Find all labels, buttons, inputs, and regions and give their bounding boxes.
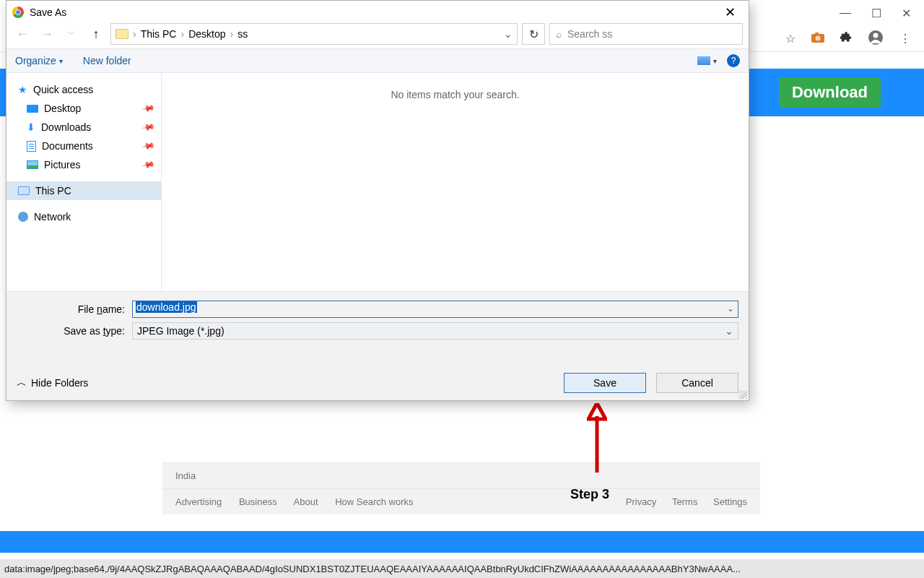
refresh-button[interactable]: ↻ <box>522 23 545 45</box>
resize-grip-icon[interactable] <box>738 390 747 399</box>
close-window-icon[interactable]: ✕ <box>902 7 911 20</box>
search-icon: ⌕ <box>556 28 562 40</box>
chevron-down-icon: ▾ <box>713 57 717 65</box>
pin-icon: 📌 <box>141 139 155 153</box>
forward-icon: → <box>37 27 57 42</box>
footer-country: India <box>175 470 196 481</box>
empty-message: No items match your search. <box>391 89 519 100</box>
network-icon <box>18 212 28 222</box>
recent-dropdown-icon[interactable]: ﹀ <box>61 28 82 40</box>
annotation-step-label: Step 3 <box>570 487 609 502</box>
page-bottom-band <box>0 531 924 553</box>
account-icon[interactable] <box>868 30 884 48</box>
save-as-dialog: Save As ✕ ← → ﹀ ↑ › This PC › Desktop › … <box>6 0 749 401</box>
menu-icon[interactable]: ⋮ <box>899 32 911 46</box>
tree-pictures[interactable]: Pictures📌 <box>6 155 161 174</box>
tree-documents[interactable]: Documents📌 <box>6 137 161 155</box>
svg-point-1 <box>816 35 821 40</box>
hide-folders-toggle[interactable]: ︿Hide Folders <box>17 376 88 389</box>
dialog-titlebar[interactable]: Save As ✕ <box>6 1 749 24</box>
footer-link[interactable]: Advertising <box>175 496 222 507</box>
star-icon[interactable]: ☆ <box>785 32 796 46</box>
footer-link[interactable]: How Search works <box>335 496 413 507</box>
chevron-down-icon: ⌄ <box>725 325 733 337</box>
download-icon: ⬇ <box>27 121 35 133</box>
filename-value: download.jpg <box>136 301 197 313</box>
pin-icon: 📌 <box>141 120 155 134</box>
help-icon[interactable]: ? <box>727 54 740 67</box>
search-placeholder: Search ss <box>567 28 612 40</box>
chevron-right-icon: › <box>180 28 184 40</box>
tree-this-pc[interactable]: This PC <box>6 181 161 200</box>
camera-icon[interactable] <box>811 33 824 46</box>
chevron-down-icon[interactable]: ⌄ <box>727 303 734 314</box>
dialog-title: Save As <box>30 7 719 18</box>
footer-link[interactable]: Business <box>239 496 277 507</box>
chevron-right-icon: › <box>230 28 234 40</box>
chevron-up-icon: ︿ <box>17 376 27 389</box>
filetype-label: Save as type: <box>17 325 132 337</box>
file-list-pane[interactable]: No items match your search. <box>162 73 749 291</box>
search-input[interactable]: ⌕ Search ss <box>549 23 743 45</box>
dialog-actions: ︿Hide Folders Save Cancel <box>6 351 749 400</box>
tree-quick-access[interactable]: ★Quick access <box>6 80 161 99</box>
filetype-select[interactable]: JPEG Image (*.jpg) ⌄ <box>132 322 738 340</box>
footer-link[interactable]: Privacy <box>626 496 657 507</box>
tree-desktop[interactable]: Desktop📌 <box>6 99 161 118</box>
view-mode-button[interactable]: ▾ <box>697 56 717 65</box>
back-icon[interactable]: ← <box>12 27 32 42</box>
google-footer: India Advertising Business About How Sea… <box>162 462 760 514</box>
maximize-icon[interactable]: ☐ <box>871 7 881 20</box>
dialog-command-bar: Organize ▾ New folder ▾ ? <box>6 48 749 73</box>
breadcrumb[interactable]: › This PC › Desktop › ss ⌄ <box>110 23 518 45</box>
pin-icon: 📌 <box>141 158 155 172</box>
minimize-icon[interactable]: — <box>840 7 851 20</box>
folder-icon <box>116 29 128 39</box>
tree-downloads[interactable]: ⬇Downloads📌 <box>6 118 161 137</box>
breadcrumb-segment[interactable]: This PC <box>141 28 177 40</box>
pc-icon <box>18 186 30 195</box>
picture-view-icon <box>697 56 710 65</box>
footer-link[interactable]: Terms <box>672 496 697 507</box>
chevron-down-icon: ▾ <box>59 57 63 65</box>
chevron-right-icon: › <box>133 28 136 40</box>
filename-label: File name: <box>17 303 132 315</box>
filetype-value: JPEG Image (*.jpg) <box>137 325 225 337</box>
download-button[interactable]: Download <box>779 77 881 108</box>
desktop-icon <box>27 105 38 113</box>
close-icon[interactable]: ✕ <box>719 3 741 22</box>
footer-link[interactable]: Settings <box>713 496 747 507</box>
organize-menu[interactable]: Organize ▾ <box>15 55 63 66</box>
footer-link[interactable]: About <box>294 496 318 507</box>
star-icon: ★ <box>18 84 27 95</box>
save-button[interactable]: Save <box>564 373 646 393</box>
new-folder-button[interactable]: New folder <box>83 55 131 66</box>
tree-network[interactable]: Network <box>6 207 161 226</box>
breadcrumb-segment[interactable]: ss <box>237 28 248 40</box>
chevron-down-icon[interactable]: ⌄ <box>504 28 513 40</box>
breadcrumb-segment[interactable]: Desktop <box>188 28 225 40</box>
pin-icon: 📌 <box>141 101 155 116</box>
pictures-icon <box>27 160 38 169</box>
svg-rect-2 <box>815 33 819 35</box>
chrome-icon <box>12 7 24 18</box>
dialog-form: File name: download.jpg ⌄ Save as type: … <box>6 291 749 351</box>
browser-status-bar: data:image/jpeg;base64,/9j/4AAQSkZJRgABA… <box>0 559 924 578</box>
navigation-tree[interactable]: ★Quick access Desktop📌 ⬇Downloads📌 Docum… <box>6 73 162 291</box>
document-icon <box>27 141 36 152</box>
svg-point-4 <box>873 33 879 38</box>
filename-input[interactable]: download.jpg ⌄ <box>132 301 738 318</box>
cancel-button[interactable]: Cancel <box>656 373 738 393</box>
dialog-nav-row: ← → ﹀ ↑ › This PC › Desktop › ss ⌄ ↻ ⌕ S… <box>6 24 749 48</box>
up-icon[interactable]: ↑ <box>86 27 106 42</box>
extensions-icon[interactable] <box>840 32 852 46</box>
